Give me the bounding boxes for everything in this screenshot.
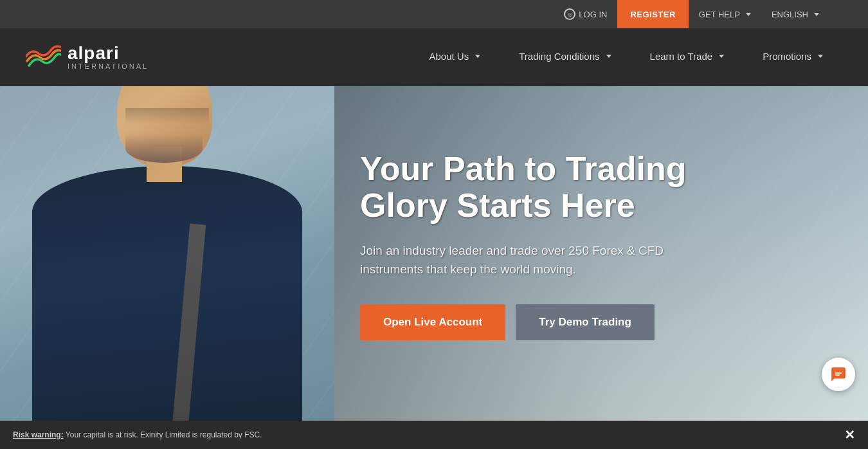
nav-learn-to-trade-label: Learn to Trade bbox=[650, 51, 713, 62]
nav-promotions-label: Promotions bbox=[763, 51, 811, 62]
nav-about-us-label: About Us bbox=[429, 51, 469, 62]
language-chevron-icon bbox=[814, 13, 819, 16]
hero-title: Your Path to Trading Glory Starts Here bbox=[360, 151, 707, 224]
chat-icon bbox=[830, 366, 847, 383]
language-button[interactable]: ENGLISH bbox=[761, 0, 829, 28]
top-bar: ☺ LOG IN REGISTER GET HELP ENGLISH bbox=[0, 0, 868, 28]
account-icon: ☺ bbox=[564, 8, 575, 20]
register-button[interactable]: REGISTER bbox=[617, 0, 688, 28]
nav-promotions[interactable]: Promotions bbox=[743, 28, 842, 86]
risk-close-button[interactable]: ✕ bbox=[844, 427, 855, 443]
risk-warning-text: Risk warning: Your capital is at risk. E… bbox=[13, 430, 262, 439]
risk-warning-bar: Risk warning: Your capital is at risk. E… bbox=[0, 421, 868, 449]
open-live-account-button[interactable]: Open Live Account bbox=[360, 304, 505, 340]
promotions-chevron-icon bbox=[818, 55, 823, 58]
person-body bbox=[32, 166, 302, 449]
main-nav: About Us Trading Conditions Learn to Tra… bbox=[410, 28, 842, 86]
risk-warning-label: Risk warning: bbox=[13, 430, 64, 439]
person-eyes-area bbox=[125, 108, 209, 124]
nav-learn-to-trade[interactable]: Learn to Trade bbox=[631, 28, 744, 86]
nav-trading-conditions[interactable]: Trading Conditions bbox=[500, 28, 630, 86]
hero-buttons: Open Live Account Try Demo Trading bbox=[360, 304, 707, 340]
hero-subtitle: Join an industry leader and trade over 2… bbox=[360, 242, 682, 279]
get-help-chevron-icon bbox=[746, 13, 751, 16]
language-label: ENGLISH bbox=[772, 10, 808, 19]
logo-alpari-text: alpari bbox=[68, 44, 149, 62]
hero-section: Your Path to Trading Glory Starts Here J… bbox=[0, 86, 868, 449]
get-help-label: GET HELP bbox=[699, 10, 740, 19]
try-demo-trading-button[interactable]: Try Demo Trading bbox=[516, 304, 655, 340]
chat-button[interactable] bbox=[822, 358, 855, 391]
nav-trading-conditions-label: Trading Conditions bbox=[519, 51, 599, 62]
person-beard bbox=[125, 134, 203, 163]
learn-to-trade-chevron-icon bbox=[719, 55, 724, 58]
nav-bar: alpari International About Us Trading Co… bbox=[0, 28, 868, 86]
logo-text: alpari International bbox=[68, 44, 149, 70]
register-label: REGISTER bbox=[630, 10, 675, 19]
logo-waves-icon bbox=[26, 43, 61, 72]
login-button[interactable]: ☺ LOG IN bbox=[554, 0, 617, 28]
trading-conditions-chevron-icon bbox=[606, 55, 611, 58]
logo[interactable]: alpari International bbox=[26, 43, 149, 72]
nav-about-us[interactable]: About Us bbox=[410, 28, 500, 86]
login-label: LOG IN bbox=[579, 10, 607, 19]
risk-warning-detail: Your capital is at risk. Exinity Limited… bbox=[66, 430, 262, 439]
hero-person-area bbox=[0, 86, 334, 449]
logo-international-text: International bbox=[68, 62, 149, 70]
about-us-chevron-icon bbox=[475, 55, 480, 58]
get-help-button[interactable]: GET HELP bbox=[689, 0, 761, 28]
hero-content: Your Path to Trading Glory Starts Here J… bbox=[360, 151, 707, 340]
